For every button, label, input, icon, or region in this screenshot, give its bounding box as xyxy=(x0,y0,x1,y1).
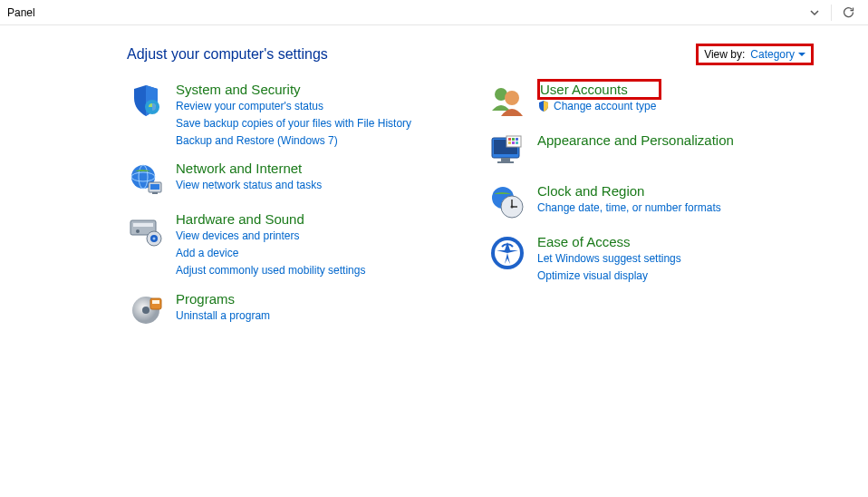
view-by-value: Category xyxy=(750,48,795,61)
category-title-ease-of-access[interactable]: Ease of Access xyxy=(537,234,681,249)
category-title-user-accounts[interactable]: User Accounts xyxy=(537,79,661,100)
content-area: Adjust your computer's settings View by:… xyxy=(0,25,868,342)
link-backup-restore[interactable]: Backup and Restore (Windows 7) xyxy=(176,133,411,149)
category-body: Appearance and Personalization xyxy=(537,132,734,148)
column-right: User Accounts Change account type Appear… xyxy=(488,82,814,342)
link-uninstall-program[interactable]: Uninstall a program xyxy=(176,308,270,324)
link-mobility-settings[interactable]: Adjust commonly used mobility settings xyxy=(176,263,365,278)
category-title-programs[interactable]: Programs xyxy=(176,291,270,307)
category-body: Hardware and Sound View devices and prin… xyxy=(176,211,365,278)
svg-rect-5 xyxy=(150,184,159,190)
svg-point-34 xyxy=(511,206,514,209)
appearance-personalization-icon xyxy=(488,132,526,171)
category-title-system-security[interactable]: System and Security xyxy=(176,82,411,97)
user-accounts-icon xyxy=(488,82,526,120)
programs-icon xyxy=(127,291,165,329)
network-internet-icon xyxy=(127,161,165,199)
category-body: Programs Uninstall a program xyxy=(176,291,270,324)
category-title-clock-region[interactable]: Clock and Region xyxy=(537,183,721,199)
category-network-internet: Network and Internet View network status… xyxy=(127,161,452,199)
titlebar-separator xyxy=(831,5,832,21)
svg-rect-28 xyxy=(512,141,515,144)
svg-rect-29 xyxy=(516,141,518,144)
window-title: Panel xyxy=(7,6,802,19)
svg-rect-22 xyxy=(497,161,514,163)
category-user-accounts: User Accounts Change account type xyxy=(488,82,814,120)
category-ease-of-access: Ease of Access Let Windows suggest setti… xyxy=(488,234,814,284)
category-appearance-personalization: Appearance and Personalization xyxy=(488,132,814,171)
link-file-history[interactable]: Save backup copies of your files with Fi… xyxy=(176,116,411,132)
category-hardware-sound: Hardware and Sound View devices and prin… xyxy=(127,211,452,278)
category-programs: Programs Uninstall a program xyxy=(127,291,452,329)
link-optimize-visual[interactable]: Optimize visual display xyxy=(537,268,681,284)
category-body: Ease of Access Let Windows suggest setti… xyxy=(537,234,681,284)
svg-rect-27 xyxy=(508,141,511,144)
view-by-box: View by: Category xyxy=(696,44,814,65)
link-network-status[interactable]: View network status and tasks xyxy=(176,178,322,193)
category-body: System and Security Review your computer… xyxy=(176,82,411,148)
ease-of-access-icon xyxy=(488,234,526,272)
view-by-dropdown[interactable]: Category xyxy=(750,48,805,61)
category-title-hardware-sound[interactable]: Hardware and Sound xyxy=(176,211,365,227)
heading-row: Adjust your computer's settings View by:… xyxy=(127,44,814,65)
system-security-icon xyxy=(127,82,165,120)
page-heading: Adjust your computer's settings xyxy=(127,46,328,63)
link-change-account-type[interactable]: Change account type xyxy=(537,99,656,114)
link-windows-suggest[interactable]: Let Windows suggest settings xyxy=(537,251,681,267)
chevron-down-button[interactable] xyxy=(802,0,827,25)
svg-rect-6 xyxy=(152,192,158,194)
category-columns: System and Security Review your computer… xyxy=(127,82,814,342)
category-body: User Accounts Change account type xyxy=(537,82,656,114)
category-title-network-internet[interactable]: Network and Internet xyxy=(176,161,322,176)
category-body: Clock and Region Change date, time, or n… xyxy=(537,183,721,216)
category-title-appearance-personalization[interactable]: Appearance and Personalization xyxy=(537,132,734,148)
link-add-device[interactable]: Add a device xyxy=(176,246,365,261)
svg-rect-24 xyxy=(508,138,511,141)
svg-point-14 xyxy=(142,307,149,314)
column-left: System and Security Review your computer… xyxy=(127,82,452,342)
link-date-time-formats[interactable]: Change date, time, or number formats xyxy=(537,200,721,216)
category-body: Network and Internet View network status… xyxy=(176,161,322,193)
svg-rect-21 xyxy=(501,158,510,161)
view-by-label: View by: xyxy=(704,48,745,61)
refresh-button[interactable] xyxy=(835,0,861,25)
svg-rect-16 xyxy=(152,300,159,304)
titlebar: Panel xyxy=(0,0,868,25)
uac-shield-icon xyxy=(537,100,550,112)
link-text: Change account type xyxy=(554,99,656,114)
chevron-down-icon xyxy=(809,7,820,18)
hardware-sound-icon xyxy=(127,211,165,249)
svg-rect-25 xyxy=(512,138,515,141)
svg-point-18 xyxy=(505,91,519,105)
svg-rect-8 xyxy=(133,223,153,227)
clock-region-icon xyxy=(488,183,526,221)
svg-rect-26 xyxy=(516,138,518,141)
svg-point-9 xyxy=(136,229,140,233)
refresh-icon xyxy=(842,6,854,19)
link-review-status[interactable]: Review your computer's status xyxy=(176,99,411,114)
category-clock-region: Clock and Region Change date, time, or n… xyxy=(488,183,814,221)
svg-point-12 xyxy=(153,238,156,240)
link-devices-printers[interactable]: View devices and printers xyxy=(176,229,365,244)
dropdown-arrow-icon xyxy=(798,51,805,58)
category-system-security: System and Security Review your computer… xyxy=(127,82,452,148)
